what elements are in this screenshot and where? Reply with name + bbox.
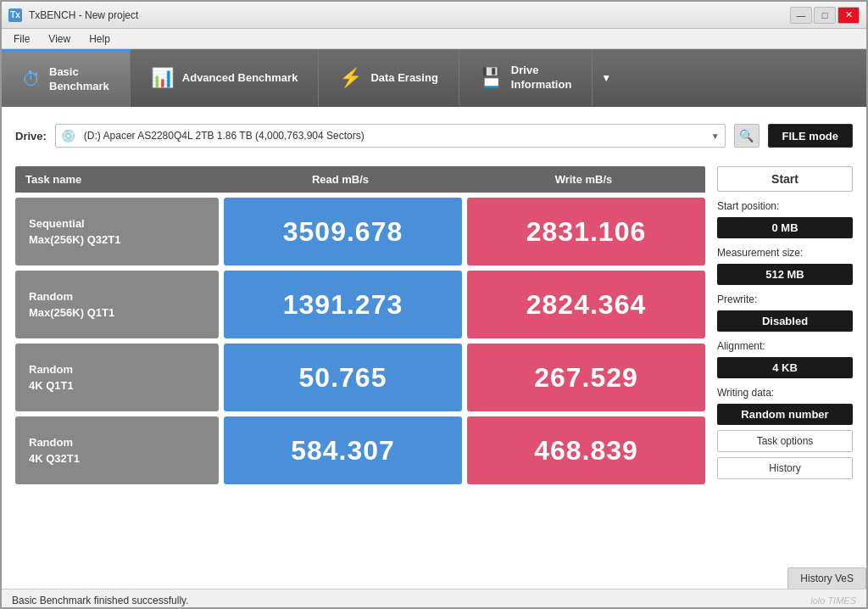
- basic-benchmark-label: BasicBenchmark: [49, 65, 109, 94]
- menu-bar: File View Help: [2, 29, 866, 49]
- data-erasing-icon: ⚡: [339, 67, 362, 89]
- table-row: SequentialMax(256K) Q32T1 3509.678 2831.…: [15, 198, 705, 265]
- drive-type-icon: 💿: [56, 129, 81, 142]
- start-position-label: Start position:: [717, 200, 853, 212]
- writing-data-value: Random number: [717, 404, 853, 425]
- toolbar-drive-information[interactable]: 💾 DriveInformation: [459, 49, 593, 107]
- toolbar-data-erasing[interactable]: ⚡ Data Erasing: [319, 49, 459, 107]
- toolbar-dropdown[interactable]: ▼: [593, 49, 620, 107]
- drive-information-label: DriveInformation: [511, 64, 572, 92]
- read-value-0: 3509.678: [224, 198, 462, 265]
- write-value-1: 2824.364: [467, 271, 705, 338]
- prewrite-value: Disabled: [717, 310, 853, 332]
- table-row: RandomMax(256K) Q1T1 1391.273 2824.364: [15, 271, 705, 338]
- body-content: Drive: 💿 (D:) Apacer AS2280Q4L 2TB 1.86 …: [2, 107, 866, 609]
- start-button[interactable]: Start: [717, 166, 853, 192]
- task-name-0: SequentialMax(256K) Q32T1: [15, 198, 219, 265]
- table-header: Task name Read mB/s Write mB/s: [15, 166, 705, 193]
- menu-view[interactable]: View: [40, 31, 79, 47]
- drive-label: Drive:: [15, 130, 47, 142]
- measurement-size-label: Measurement size:: [717, 247, 853, 259]
- menu-help[interactable]: Help: [81, 31, 119, 47]
- advanced-benchmark-label: Advanced Benchmark: [182, 71, 298, 86]
- drive-information-icon: 💾: [480, 67, 503, 89]
- read-value-1: 1391.273: [224, 271, 462, 338]
- write-value-3: 468.839: [467, 416, 705, 484]
- write-value-2: 267.529: [467, 344, 705, 411]
- advanced-benchmark-icon: 📊: [151, 67, 174, 89]
- drive-selector[interactable]: 💿 (D:) Apacer AS2280Q4L 2TB 1.86 TB (4,0…: [55, 124, 726, 148]
- writing-data-label: Writing data:: [717, 387, 853, 399]
- close-button[interactable]: ✕: [837, 7, 860, 24]
- task-name-3: Random4K Q32T1: [15, 416, 219, 484]
- drive-bar: Drive: 💿 (D:) Apacer AS2280Q4L 2TB 1.86 …: [15, 117, 853, 154]
- basic-benchmark-icon: ⏱: [22, 69, 41, 91]
- dropdown-arrow-icon: ▼: [601, 72, 611, 84]
- table-row: Random4K Q32T1 584.307 468.839: [15, 416, 705, 484]
- header-write: Write mB/s: [462, 166, 705, 193]
- table-row: Random4K Q1T1 50.765 267.529: [15, 344, 705, 411]
- measurement-size-value: 512 MB: [717, 264, 853, 285]
- drive-select-arrow-icon[interactable]: ▼: [706, 131, 725, 141]
- bottom-tabs: History VeS: [787, 567, 866, 589]
- menu-file[interactable]: File: [5, 31, 38, 47]
- write-value-0: 2831.106: [467, 198, 705, 265]
- main-area: Task name Read mB/s Write mB/s Sequentia…: [15, 166, 853, 489]
- watermark: iolo TIMES: [810, 595, 856, 606]
- window-controls: — □ ✕: [790, 7, 860, 24]
- app-title: TxBENCH - New project: [29, 9, 138, 21]
- toolbar-basic-benchmark[interactable]: ⏱ BasicBenchmark: [2, 49, 131, 107]
- header-task-name: Task name: [15, 166, 219, 193]
- prewrite-label: Prewrite:: [717, 293, 853, 305]
- read-value-3: 584.307: [224, 416, 462, 484]
- drive-select-value: (D:) Apacer AS2280Q4L 2TB 1.86 TB (4,000…: [81, 130, 706, 142]
- task-name-2: Random4K Q1T1: [15, 344, 219, 411]
- alignment-label: Alignment:: [717, 340, 853, 352]
- task-name-1: RandomMax(256K) Q1T1: [15, 271, 219, 338]
- minimize-button[interactable]: —: [790, 7, 812, 24]
- title-bar: Tx TxBENCH - New project — □ ✕: [2, 2, 866, 29]
- drive-info-button[interactable]: 🔍: [734, 124, 760, 148]
- task-options-button[interactable]: Task options: [717, 430, 853, 452]
- status-message: Basic Benchmark finished successfully.: [12, 595, 189, 606]
- file-mode-button[interactable]: FILE mode: [768, 124, 853, 148]
- alignment-value: 4 KB: [717, 357, 853, 378]
- toolbar-advanced-benchmark[interactable]: 📊 Advanced Benchmark: [131, 49, 320, 107]
- app-icon: Tx: [8, 8, 22, 22]
- read-value-2: 50.765: [224, 344, 462, 411]
- start-position-value: 0 MB: [717, 217, 853, 238]
- history-button[interactable]: History: [717, 457, 853, 479]
- data-erasing-label: Data Erasing: [370, 71, 437, 86]
- maximize-button[interactable]: □: [814, 7, 836, 24]
- benchmark-table: Task name Read mB/s Write mB/s Sequentia…: [15, 166, 705, 489]
- history-ves-tab[interactable]: History VeS: [787, 567, 866, 589]
- toolbar: ⏱ BasicBenchmark 📊 Advanced Benchmark ⚡ …: [2, 49, 866, 107]
- status-bar: Basic Benchmark finished successfully. i…: [2, 589, 866, 609]
- app-window: Tx TxBENCH - New project — □ ✕ File View…: [2, 2, 866, 609]
- right-panel: Start Start position: 0 MB Measurement s…: [717, 166, 853, 489]
- header-read: Read mB/s: [219, 166, 462, 193]
